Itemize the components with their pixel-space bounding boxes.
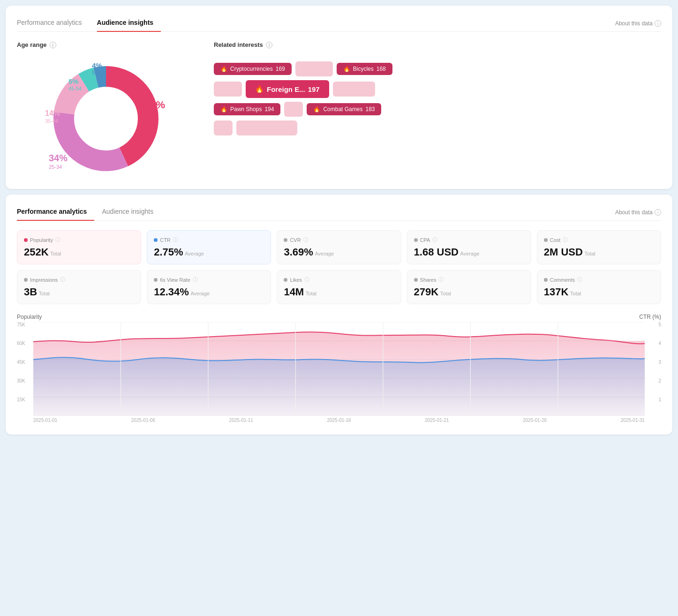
x-axis: 2025-01-01 2025-01-06 2025-01-11 2025-01… (17, 416, 661, 423)
related-interests-title: Related interests i (214, 41, 661, 48)
flame-icon: 🔥 (220, 66, 227, 72)
metric-likes-label: Likes ⓘ (284, 276, 394, 283)
flame-icon-3: 🔥 (255, 85, 264, 93)
bottom-tabs: Performance analytics Audience insights … (17, 204, 661, 221)
chart-inner (33, 322, 645, 416)
chart-svg (33, 322, 645, 416)
metric-popularity: Popularity ⓘ 252K Total (17, 230, 141, 264)
metric-cost-label: Cost ⓘ (544, 236, 654, 243)
age-label-35-44: 14% 35-44 (45, 109, 60, 124)
popularity-dot (24, 238, 28, 242)
info-icon-vr[interactable]: ⓘ (193, 276, 198, 283)
cvr-dot (284, 238, 287, 242)
interest-pawn-shops[interactable]: 🔥 Pawn Shops 194 (214, 103, 280, 115)
cost-dot (544, 238, 548, 242)
chart-header: Popularity CTR (%) (17, 314, 661, 320)
likes-dot (284, 278, 287, 282)
info-icon-bottom[interactable]: i (655, 209, 661, 216)
metric-comments: Comments ⓘ 137K Total (537, 270, 661, 304)
tab-performance-analytics-bottom[interactable]: Performance analytics (17, 204, 94, 221)
interests-grid: 🔥 Cryptocurrencies 169 🔥 Bicycles 168 (214, 58, 661, 135)
metrics-grid: Popularity ⓘ 252K Total CTR ⓘ 2.75% Aver… (17, 230, 661, 304)
flame-icon-4: 🔥 (220, 106, 227, 113)
metric-cpa-label: CPA ⓘ (414, 236, 524, 243)
comments-dot (544, 278, 548, 282)
info-icon-interests[interactable]: i (266, 42, 272, 48)
top-tabs: Performance analytics Audience insights … (17, 15, 661, 32)
age-label-18-24: 43% 18-24 (144, 99, 165, 118)
metric-likes-value: 14M Total (284, 286, 394, 298)
donut-chart: 43% 18-24 34% 25-34 14% 35-44 (45, 58, 167, 180)
metric-vr-label: 6s View Rate ⓘ (154, 276, 264, 283)
metric-cpa-value: 1.68 USD Average (414, 246, 524, 258)
metric-cost: Cost ⓘ 2M USD Total (537, 230, 661, 264)
metric-imp-label: Impressions ⓘ (24, 276, 134, 283)
metric-view-rate: 6s View Rate ⓘ 12.34% Average (147, 270, 271, 304)
top-panel-content: Age range i (17, 41, 661, 180)
about-data-top[interactable]: About this data i (615, 20, 661, 27)
audience-insights-panel: Performance analytics Audience insights … (6, 6, 672, 189)
imp-dot (24, 278, 28, 282)
age-label-45-54: 5% 45-54 (68, 77, 82, 92)
age-range-section: Age range i (17, 41, 195, 180)
metric-popularity-value: 252K Total (24, 246, 134, 258)
age-label-25-34: 34% 25-34 (49, 153, 68, 170)
metric-comments-label: Comments ⓘ (544, 276, 654, 283)
metric-impressions: Impressions ⓘ 3B Total (17, 270, 141, 304)
info-icon-top[interactable]: i (655, 20, 661, 27)
vr-dot (154, 278, 158, 282)
interest-row-4 (214, 120, 661, 135)
flame-icon-5: 🔥 (313, 106, 320, 113)
metric-popularity-label: Popularity ⓘ (24, 236, 134, 243)
interest-placeholder-3 (333, 82, 375, 97)
info-icon-cvr[interactable]: ⓘ (303, 236, 309, 243)
interest-row-2: 🔥 Foreign E... 197 (214, 80, 661, 98)
age-range-title: Age range i (17, 41, 195, 48)
about-data-bottom[interactable]: About this data i (615, 209, 661, 216)
metric-ctr-label: CTR ⓘ (154, 236, 264, 243)
interest-cryptocurrencies[interactable]: 🔥 Cryptocurrencies 169 (214, 63, 292, 75)
related-interests-section: Related interests i 🔥 Cryptocurrencies 1… (214, 41, 661, 180)
metric-shares-label: Shares ⓘ (414, 276, 524, 283)
info-icon-age[interactable]: i (50, 42, 56, 48)
interest-bicycles[interactable]: 🔥 Bicycles 168 (337, 63, 392, 75)
y-axis-right: 5 4 3 2 1 (652, 322, 661, 416)
age-labels: 43% 18-24 34% 25-34 14% 35-44 (45, 58, 167, 180)
metric-cvr: CVR ⓘ 3.69% Average (277, 230, 401, 264)
metric-likes: Likes ⓘ 14M Total (277, 270, 401, 304)
info-icon-likes[interactable]: ⓘ (304, 276, 309, 283)
tab-audience-insights[interactable]: Audience insights (97, 15, 161, 32)
metric-shares: Shares ⓘ 279K Total (407, 270, 531, 304)
info-icon-shares[interactable]: ⓘ (438, 276, 444, 283)
metric-cvr-value: 3.69% Average (284, 246, 394, 258)
interest-placeholder-1 (295, 61, 333, 76)
info-icon-comments[interactable]: ⓘ (577, 276, 582, 283)
info-icon-cost[interactable]: ⓘ (563, 236, 568, 243)
metric-cpa: CPA ⓘ 1.68 USD Average (407, 230, 531, 264)
shares-dot (414, 278, 418, 282)
interest-placeholder-6 (236, 120, 297, 135)
interest-placeholder-4 (284, 102, 303, 117)
y-axis-left: 75K 60K 45K 30K 15K (17, 322, 33, 416)
interest-placeholder-5 (214, 120, 233, 135)
info-icon-ctr[interactable]: ⓘ (173, 236, 178, 243)
metric-cvr-label: CVR ⓘ (284, 236, 394, 243)
tab-audience-insights-bottom[interactable]: Audience insights (102, 204, 161, 221)
metric-ctr: CTR ⓘ 2.75% Average (147, 230, 271, 264)
interest-row-3: 🔥 Pawn Shops 194 🔥 Combat Games 183 (214, 102, 661, 117)
chart-right-label: CTR (%) (639, 314, 661, 320)
info-icon-cpa[interactable]: ⓘ (432, 236, 437, 243)
age-label-55plus: 4% 55+ (92, 61, 102, 76)
info-icon-imp[interactable]: ⓘ (60, 276, 65, 283)
performance-analytics-panel: Performance analytics Audience insights … (6, 195, 672, 435)
metric-cost-value: 2M USD Total (544, 246, 654, 258)
interest-placeholder-2 (214, 82, 242, 97)
metric-ctr-value: 2.75% Average (154, 246, 264, 258)
chart-container: 75K 60K 45K 30K 15K 5 4 3 2 1 (17, 322, 661, 425)
ctr-dot (154, 238, 158, 242)
info-icon-pop[interactable]: ⓘ (55, 236, 60, 243)
interest-combat-games[interactable]: 🔥 Combat Games 183 (307, 103, 381, 115)
interest-foreign-exchange[interactable]: 🔥 Foreign E... 197 (246, 80, 329, 98)
chart-left-label: Popularity (17, 314, 42, 320)
tab-performance-analytics[interactable]: Performance analytics (17, 15, 90, 32)
